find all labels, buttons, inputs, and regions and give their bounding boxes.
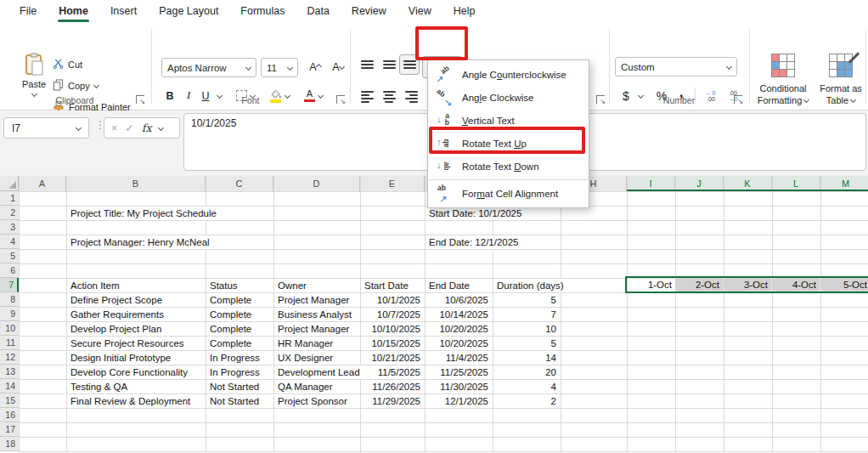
cell-G10[interactable]: 10 [493,322,560,336]
cell-B7[interactable]: Action Item [67,279,121,292]
align-center-button[interactable] [379,88,399,106]
clipboard-dialog-launcher[interactable]: ↘ [136,95,144,104]
tab-page-layout[interactable]: Page Layout [148,0,229,23]
cell-D13[interactable]: Development Lead [274,365,362,379]
menu-item-angle-counterclockwise[interactable]: ab↗Angle Counterclockwise [428,63,589,86]
tab-help[interactable]: Help [442,0,487,23]
number-format-combo[interactable]: Custom [615,57,737,76]
cell-G11[interactable]: 5 [493,337,560,350]
row-header-2[interactable]: 2 [0,206,19,220]
column-header-D[interactable]: D [273,176,360,191]
chevron-down-icon[interactable] [158,125,164,131]
cell-C12[interactable]: In Progress [206,351,262,365]
cell-B8[interactable]: Define Project Scope [67,293,164,307]
tab-home[interactable]: Home [48,0,99,23]
tab-data[interactable]: Data [296,0,340,23]
font-dialog-launcher[interactable]: ↘ [336,95,345,104]
cell-E11[interactable]: 10/15/2025 [361,337,424,350]
conditional-formatting-button[interactable]: ConditionalFormatting [751,54,815,106]
cell-G7[interactable]: Duration (days) [493,279,566,292]
cell-C14[interactable]: Not Started [206,380,261,394]
cell-G14[interactable]: 4 [493,380,560,394]
row-header-18[interactable]: 18 [0,437,19,451]
cell-D9[interactable]: Business Analyst [274,308,353,321]
cell-B2[interactable]: Project Title: My Project Schedule [67,207,218,220]
cell-G13[interactable]: 20 [493,365,560,379]
cell-E7[interactable]: Start Date [361,279,410,292]
cell-D12[interactable]: UX Designer [274,351,335,365]
column-header-C[interactable]: C [206,176,273,191]
cell-B11[interactable]: Secure Project Resources [67,337,186,350]
decrease-font-size-button[interactable]: A [328,57,348,76]
column-header-E[interactable]: E [360,176,425,191]
cancel-icon[interactable]: × [111,122,117,134]
cell-D15[interactable]: Project Sponsor [274,394,349,408]
row-header-9[interactable]: 9 [0,307,19,321]
cell-D11[interactable]: HR Manager [274,337,335,350]
cell-F10[interactable]: 10/20/2025 [426,322,492,336]
name-box[interactable]: I7 [3,117,89,139]
cell-C13[interactable]: In Progress [206,365,262,379]
row-header-6[interactable]: 6 [0,263,19,278]
cell-B9[interactable]: Gather Requirements [67,308,166,321]
cell-E10[interactable]: 10/10/2025 [361,322,424,336]
cell-B15[interactable]: Final Review & Deployment [67,394,192,408]
cell-C7[interactable]: Status [206,279,240,292]
cell-F2[interactable]: Start Date: 10/1/2025 [426,207,523,220]
cell-F12[interactable]: 11/4/2025 [426,351,492,365]
row-header-15[interactable]: 15 [0,394,19,408]
align-left-button[interactable] [357,88,377,106]
cell-C8[interactable]: Complete [206,293,253,307]
cell-B13[interactable]: Develop Core Functionality [67,365,189,379]
cell-F11[interactable]: 10/20/2025 [426,337,492,350]
cell-G9[interactable]: 7 [493,308,560,321]
cell-G15[interactable]: 2 [493,394,560,408]
cell-D10[interactable]: Project Manager [274,322,351,336]
cell-B14[interactable]: Testing & QA [67,380,129,394]
cell-D8[interactable]: Project Manager [274,293,351,307]
row-header-10[interactable]: 10 [0,321,19,336]
menu-item-angle-clockwise[interactable]: ab↘Angle Clockwise [428,86,589,109]
cell-E9[interactable]: 10/7/2025 [361,308,424,321]
cell-E8[interactable]: 10/1/2025 [361,293,424,307]
row-header-8[interactable]: 8 [0,292,19,307]
column-header-A[interactable]: A [19,176,66,191]
number-dialog-launcher[interactable]: ↘ [734,95,742,104]
tab-view[interactable]: View [397,0,442,23]
align-right-button[interactable] [401,88,421,106]
menu-item-rotate-text-down[interactable]: ↓abRotate Text Down [428,155,589,178]
cell-C11[interactable]: Complete [206,337,253,350]
menu-item-format-cell-alignment[interactable]: ab↗Format Cell Alignment [428,182,589,205]
cell-B4[interactable]: Project Manager: Henry McNeal [67,235,211,249]
row-header-16[interactable]: 16 [0,408,19,422]
tab-insert[interactable]: Insert [99,0,148,23]
tab-formulas[interactable]: Formulas [229,0,296,23]
row-header-12[interactable]: 12 [0,350,19,365]
cell-C15[interactable]: Not Started [206,394,261,408]
select-all-button[interactable] [0,176,19,191]
tab-file[interactable]: File [8,0,48,23]
cell-C9[interactable]: Complete [206,308,253,321]
cell-F4[interactable]: End Date: 12/1/2025 [426,235,521,249]
increase-font-size-button[interactable]: A [305,57,325,76]
cut-button[interactable]: Cut [53,55,153,73]
format-as-table-button[interactable]: Format asTable [809,54,868,106]
row-header-7[interactable]: 7 [0,278,19,292]
cell-E15[interactable]: 11/29/2025 [361,394,424,408]
cell-B10[interactable]: Develop Project Plan [67,322,163,336]
row-header-13[interactable]: 13 [0,365,19,379]
row-header-4[interactable]: 4 [0,235,19,249]
cell-E14[interactable]: 11/26/2025 [361,380,424,394]
cell-F9[interactable]: 10/14/2025 [426,308,492,321]
middle-align-button[interactable] [379,55,399,74]
cell-F13[interactable]: 11/25/2025 [426,365,492,379]
cell-G8[interactable]: 5 [493,293,560,307]
alignment-dialog-launcher[interactable]: ↘ [596,95,605,104]
cell-E12[interactable]: 10/21/2025 [361,351,424,365]
row-header-5[interactable]: 5 [0,249,19,263]
enter-icon[interactable]: ✓ [125,122,133,134]
cell-C10[interactable]: Complete [206,322,253,336]
row-header-3[interactable]: 3 [0,220,19,235]
font-size-combo[interactable]: 11 [261,58,298,77]
cell-D7[interactable]: Owner [274,279,308,292]
